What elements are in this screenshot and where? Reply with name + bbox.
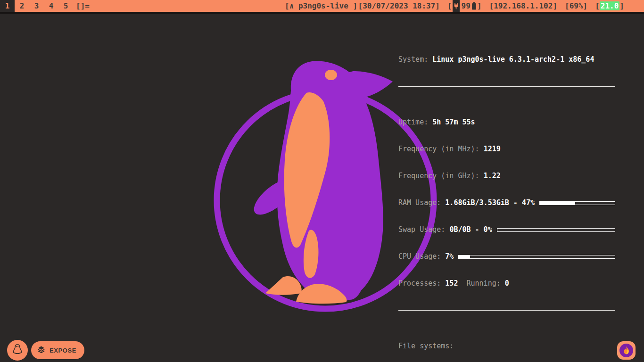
ram-usage-bar — [539, 201, 615, 205]
cpu-usage-line: CPU Usage: 7% — [398, 252, 615, 261]
battery-close-bracket: ] — [477, 1, 482, 10]
system-line: System: Linux p3ng0s-live 6.3.1-arch2-1 … — [398, 55, 615, 64]
system-monitor: System: Linux p3ng0s-live 6.3.1-arch2-1 … — [398, 28, 615, 362]
battery-open-bracket: [ — [447, 1, 452, 10]
filesystems-header: File systems: — [398, 342, 615, 351]
status-volume: [69%] — [565, 1, 587, 10]
freq-mhz-line: Frequency (in MHz): 1219 — [398, 145, 615, 154]
flameshot-flame-icon — [619, 344, 633, 357]
workspace-tags: 1 2 3 4 5 — [0, 0, 73, 12]
swap-usage-bar — [497, 228, 615, 232]
status-bar: 1 2 3 4 5 []= [∧ p3ng0s-live ] [30/07/20… — [0, 0, 644, 14]
workspace-tag-4[interactable]: 4 — [44, 0, 58, 12]
expose-button[interactable]: EXPOSE — [31, 341, 84, 359]
temp-close-bracket: ] — [619, 1, 624, 10]
temperature-value: 21.0 — [600, 1, 620, 10]
tux-icon — [12, 343, 23, 357]
layers-icon — [37, 346, 45, 355]
expose-button-label: EXPOSE — [50, 347, 76, 354]
layout-indicator[interactable]: []= — [76, 0, 90, 12]
uptime-line: Uptime: 5h 57m 55s — [398, 118, 615, 127]
status-temperature: [ 21.0 ] — [595, 1, 624, 10]
cpu-usage-bar — [458, 255, 615, 259]
separator — [398, 310, 615, 311]
power-plug-icon — [453, 0, 460, 12]
swap-usage-line: Swap Usage: 0B/0B - 0% — [398, 225, 615, 234]
tux-button[interactable] — [7, 340, 28, 361]
workspace-tag-2[interactable]: 2 — [15, 0, 29, 12]
window-title: [∧ p3ng0s-live ] — [285, 0, 357, 12]
flameshot-tray-icon[interactable] — [617, 341, 636, 360]
workspace-tag-3[interactable]: 3 — [29, 0, 44, 12]
status-datetime: [30/07/2023 18:37] — [358, 1, 440, 10]
status-battery: [ 99 ] — [447, 0, 482, 12]
status-text: [30/07/2023 18:37] [ 99 ] [192.168.1.1 — [358, 0, 624, 12]
status-ip: [192.168.1.102] — [489, 1, 558, 10]
workspace-tag-5[interactable]: 5 — [58, 0, 73, 12]
freq-ghz-line: Frequency (in GHz): 1.22 — [398, 172, 615, 181]
temp-open-bracket: [ — [595, 1, 600, 10]
battery-percent: 99 — [462, 1, 471, 10]
processes-line: Processes: 152 Running: 0 — [398, 279, 615, 288]
ram-usage-line: RAM Usage: 1.68GiB/3.53GiB - 47% — [398, 198, 615, 207]
workspace-tag-1[interactable]: 1 — [0, 0, 15, 12]
penguin-eye — [325, 70, 337, 80]
system-value: Linux p3ng0s-live 6.3.1-arch2-1 x86_64 — [432, 55, 594, 64]
penguin-left-foot — [265, 276, 302, 295]
separator — [398, 86, 615, 87]
battery-icon — [471, 2, 477, 10]
